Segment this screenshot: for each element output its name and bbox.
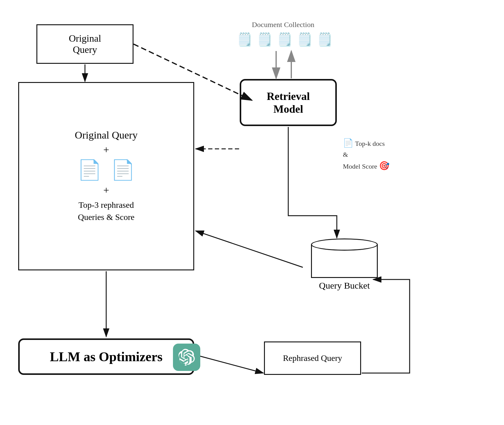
- topk-doc-icon: 📄: [343, 138, 353, 148]
- main-box-bottom-text: Top-3 rephrasedQueries & Score: [78, 199, 135, 223]
- doc-icons-row: 🗒️ 🗒️ 🗒️ 🗒️ 🗒️: [237, 32, 333, 47]
- cylinder: [311, 238, 378, 278]
- chatgpt-icon: [173, 344, 200, 371]
- doc-collection-label: Document Collection: [252, 21, 314, 29]
- doc-icon-5: 🗒️: [317, 32, 333, 47]
- and-text: &: [343, 151, 348, 158]
- query-bucket-container: Query Bucket: [303, 238, 385, 291]
- target-icon: 🎯: [379, 161, 390, 170]
- doc-icon-2: 🗒️: [257, 32, 272, 47]
- doc-icon-1: 🗒️: [237, 32, 252, 47]
- llm-box: LLM as Optimizers: [18, 338, 194, 375]
- diagram-container: OriginalQuery Document Collection 🗒️ 🗒️ …: [0, 0, 504, 425]
- main-doc-icon-1: 📄: [77, 159, 102, 181]
- query-bucket-label: Query Bucket: [319, 280, 370, 291]
- doc-icon-3: 🗒️: [277, 32, 293, 47]
- main-box-plus1: +: [103, 144, 109, 156]
- retrieval-model-box: RetrievalModel: [240, 79, 337, 126]
- llm-label: LLM as Optimizers: [50, 349, 163, 365]
- svg-line-8: [196, 231, 303, 267]
- retrieval-model-label: RetrievalModel: [267, 90, 310, 115]
- svg-line-10: [195, 355, 263, 373]
- doc-icon-4: 🗒️: [297, 32, 313, 47]
- rephrased-query-label: Rephrased Query: [283, 353, 342, 363]
- main-box-title: Original Query: [75, 129, 138, 141]
- model-score-text: Model Score: [343, 163, 379, 170]
- main-doc-icon-2: 📄: [111, 159, 135, 181]
- main-box-doc-icons: 📄 📄: [77, 159, 135, 181]
- main-content-box: Original Query + 📄 📄 + Top-3 rephrasedQu…: [18, 82, 194, 270]
- original-query-top-label: OriginalQuery: [69, 33, 101, 55]
- rephrased-query-box: Rephrased Query: [264, 341, 361, 375]
- topk-text: Top-k docs: [355, 140, 385, 147]
- main-box-plus2: +: [103, 184, 109, 196]
- topk-label: 📄 Top-k docs & Model Score 🎯: [343, 137, 390, 172]
- cylinder-top: [311, 238, 378, 251]
- original-query-top-box: OriginalQuery: [36, 24, 134, 64]
